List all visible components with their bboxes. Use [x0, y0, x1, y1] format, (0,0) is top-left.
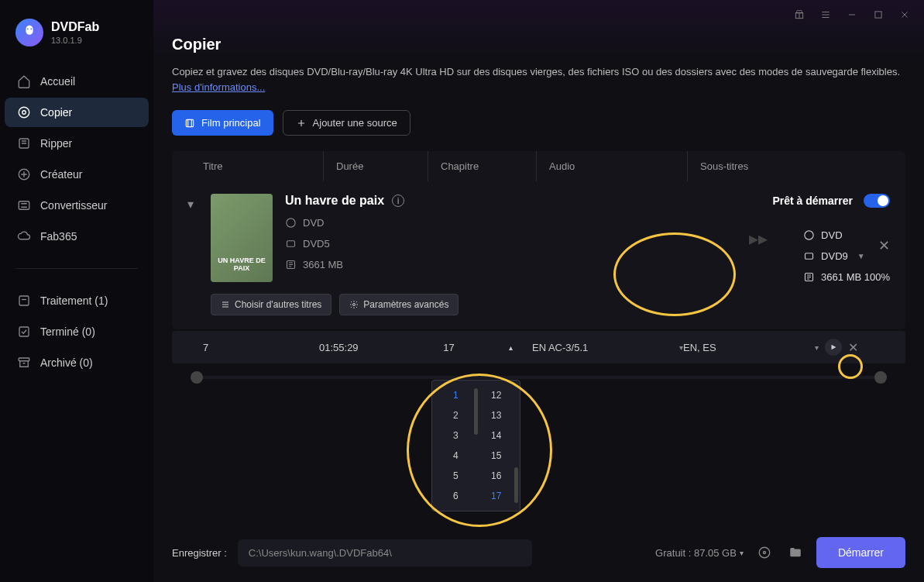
disc-small-icon	[285, 238, 297, 250]
remove-source-icon[interactable]: ✕	[878, 239, 890, 252]
mode-button[interactable]: Film principal	[172, 110, 273, 136]
size-icon	[285, 259, 297, 270]
subtitle-dropdown-trigger[interactable]: EN, ES ▾	[683, 342, 819, 353]
chapter-option[interactable]: 15	[476, 446, 517, 466]
creator-icon	[17, 167, 31, 181]
chapter-dropdown-trigger[interactable]: 17 ▴	[424, 342, 532, 353]
done-icon	[17, 325, 31, 339]
processing-icon	[17, 294, 31, 308]
svg-rect-11	[875, 12, 881, 18]
add-source-button[interactable]: Ajouter une source	[283, 110, 410, 136]
size-out-icon	[803, 271, 815, 283]
sidebar-item-archive[interactable]: Archivé (0)	[5, 348, 149, 377]
sidebar-item-label: Convertisseur	[40, 199, 107, 212]
chapter-option[interactable]: 4	[435, 446, 476, 466]
sidebar-item-label: Créateur	[40, 168, 82, 181]
more-info-link[interactable]: Plus d'informations...	[172, 81, 265, 93]
chapter-option[interactable]: 6	[435, 486, 476, 506]
gear-icon	[349, 300, 359, 309]
track-handle-start[interactable]	[191, 371, 203, 384]
chapter-option[interactable]: 17	[476, 486, 517, 506]
row-chapitre-value: 17	[443, 342, 454, 353]
chapter-option[interactable]: 2	[435, 405, 476, 425]
archive-icon	[17, 356, 31, 370]
save-path-input[interactable]: C:\Users\kun.wang\.DVDFab64\	[238, 539, 532, 567]
source-card: ▾ UN HAVRE DE PAIX Un havre de paix i DV…	[172, 181, 905, 329]
minimize-icon[interactable]	[847, 9, 857, 20]
start-button[interactable]: Démarrer	[816, 537, 905, 568]
iso-output-icon[interactable]	[754, 542, 775, 563]
remove-row-icon[interactable]: ✕	[848, 340, 858, 355]
save-label: Enregistrer :	[172, 547, 227, 559]
row-audio-value: EN AC-3/5.1	[532, 342, 588, 353]
svg-rect-7	[19, 296, 29, 305]
arrow-transition-icon: ▸▸	[749, 228, 768, 250]
sidebar-item-accueil[interactable]: Accueil	[5, 67, 149, 96]
status-text: Prêt à démarrer	[772, 195, 853, 207]
chapter-option[interactable]: 14	[476, 425, 517, 446]
sidebar-item-copier[interactable]: Copier	[5, 98, 149, 127]
nav-separator	[15, 268, 138, 269]
chapter-option[interactable]: 13	[476, 405, 517, 425]
audio-dropdown-trigger[interactable]: EN AC-3/5.1 ▾	[532, 342, 683, 353]
add-source-label: Ajouter une source	[313, 117, 397, 129]
maximize-icon[interactable]	[873, 9, 884, 20]
page-desc-text: Copiez et gravez des disques DVD/Blu-ray…	[172, 66, 900, 77]
svg-rect-9	[19, 358, 29, 361]
mode-label: Film principal	[201, 117, 261, 129]
collapse-icon[interactable]: ▾	[187, 197, 198, 208]
row-duree-value: 01:55:29	[319, 342, 359, 353]
movie-poster: UN HAVRE DE PAIX	[211, 194, 273, 282]
poster-label: UN HAVRE DE PAIX	[215, 257, 268, 273]
th-titre: Titre	[172, 151, 323, 181]
titlebar	[153, 0, 924, 29]
nav-main: Accueil Copier Ripper Créateur Convertis…	[0, 59, 153, 259]
output-disc-selector[interactable]: DVD9 ▼	[803, 250, 890, 262]
preview-play-button[interactable]	[825, 339, 842, 356]
sidebar-item-label: Terminé (0)	[40, 325, 95, 338]
chapter-option[interactable]: 12	[476, 385, 517, 405]
chapter-option[interactable]: 5	[435, 466, 476, 486]
svg-point-21	[763, 552, 765, 554]
iso-out-icon	[803, 229, 815, 241]
sidebar-item-ripper[interactable]: Ripper	[5, 129, 149, 158]
gift-icon[interactable]	[794, 9, 805, 20]
enable-toggle[interactable]	[864, 194, 890, 208]
svg-rect-8	[19, 327, 29, 336]
page-description: Copiez et gravez des disques DVD/Blu-ray…	[172, 64, 905, 95]
sidebar-item-fab365[interactable]: Fab365	[5, 222, 149, 251]
iso-icon	[285, 217, 297, 229]
movie-title: Un havre de paix	[285, 194, 384, 208]
progress-track[interactable]	[191, 376, 887, 379]
caret-down-icon[interactable]: ▾	[740, 549, 744, 557]
chapter-option[interactable]: 16	[476, 466, 517, 486]
menu-icon[interactable]	[820, 9, 831, 20]
info-icon[interactable]: i	[392, 195, 404, 207]
chapter-dropdown: 1 2 3 4 5 6 12 13 14 15 16 17	[431, 380, 520, 511]
row-sous-value: EN, ES	[683, 342, 716, 353]
sidebar-item-termine[interactable]: Terminé (0)	[5, 317, 149, 346]
sidebar-item-createur[interactable]: Créateur	[5, 160, 149, 189]
folder-output-icon[interactable]	[785, 542, 805, 563]
scrollbar-thumb[interactable]	[514, 467, 518, 503]
track-handle-end[interactable]	[874, 371, 887, 384]
output-disc: DVD9	[821, 250, 848, 262]
svg-point-19	[353, 304, 356, 306]
chapter-option[interactable]: 1	[435, 385, 476, 405]
page-title: Copier	[172, 36, 905, 53]
action-row: Film principal Ajouter une source	[172, 110, 905, 136]
svg-point-2	[19, 107, 29, 118]
list-icon	[221, 300, 230, 309]
output-type: DVD	[821, 229, 842, 241]
save-path-value: C:\Users\kun.wang\.DVDFab64\	[249, 547, 392, 559]
table-header: Titre Durée Chapitre Audio Sous-titres	[172, 151, 905, 181]
close-icon[interactable]	[899, 9, 910, 20]
sidebar-item-traitement[interactable]: Traitement (1)	[5, 286, 149, 315]
other-titles-button[interactable]: Choisir d'autres titres	[211, 294, 331, 315]
sidebar-item-convertisseur[interactable]: Convertisseur	[5, 191, 149, 220]
converter-icon	[17, 198, 31, 212]
adv-settings-button[interactable]: Paramètres avancés	[339, 294, 459, 315]
home-icon	[17, 74, 31, 88]
app-logo-icon	[15, 19, 43, 46]
chapter-option[interactable]: 3	[435, 425, 476, 446]
